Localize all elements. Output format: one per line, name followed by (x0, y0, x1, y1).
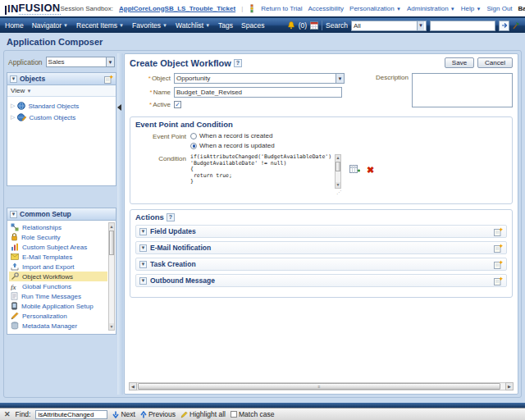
personalization-menu[interactable]: Personalization ▼ (349, 5, 401, 12)
radio-record-updated[interactable] (190, 143, 197, 149)
application-label: Application (8, 58, 43, 66)
setup-item-custom-subject-areas[interactable]: Custom Subject Areas (9, 242, 107, 252)
application-select[interactable]: Sales ▼ (46, 57, 115, 67)
condition-scrollbar[interactable]: ▲ ▼ (335, 154, 341, 189)
help-icon[interactable]: ? (167, 213, 175, 221)
scroll-down-icon[interactable]: ▼ (109, 323, 114, 330)
expand-icon[interactable]: ▼ (139, 261, 147, 268)
expand-icon[interactable]: ▼ (139, 244, 147, 252)
nav-tags[interactable]: Tags (218, 21, 233, 30)
match-case-checkbox[interactable]: Match case (231, 410, 274, 418)
splitter-collapse-icon[interactable] (117, 104, 121, 111)
collapse-icon[interactable]: ▼ (10, 75, 17, 83)
scroll-right-icon[interactable]: ▶ (505, 382, 514, 390)
setup-item-relationships[interactable]: Relationships (9, 222, 107, 232)
view-menu[interactable]: View ▼ (11, 87, 31, 94)
nav-recent-items[interactable]: Recent Items▼ (76, 21, 124, 30)
help-icon[interactable]: ? (234, 59, 242, 67)
resize-grip-icon[interactable]: ⋰ (336, 189, 341, 194)
find-input[interactable] (35, 410, 107, 419)
tree-item-standard-objects[interactable]: ▷ Standard Objects (9, 100, 114, 112)
scrollbar-thumb[interactable] (336, 162, 340, 171)
search-input[interactable] (430, 21, 495, 31)
scroll-up-icon[interactable]: ▲ (336, 155, 340, 161)
condition-code[interactable]: if(isAttributeChanged('BudgetAvailableDa… (190, 154, 331, 189)
chevron-down-icon[interactable]: ▼ (106, 57, 114, 66)
nav-spaces[interactable]: Spaces (241, 21, 264, 30)
relationships-icon (11, 223, 19, 231)
setup-item-label: Personalization (22, 313, 67, 320)
save-button[interactable]: Save (445, 57, 474, 68)
sandbox-link[interactable]: ApplCoreLongSB_LS_Trouble_Ticket (119, 5, 235, 12)
active-checkbox[interactable]: ✓ (174, 101, 181, 108)
setup-item-personalization[interactable]: Personalization (9, 311, 107, 321)
horizontal-scrollbar[interactable]: ◀ ≡ ▶ (129, 382, 514, 390)
expand-icon[interactable]: ▷ (11, 103, 15, 109)
alerts-bell-icon[interactable] (287, 21, 295, 30)
arrow-up-icon (140, 411, 147, 418)
logo-text-2: FUSION (19, 2, 61, 15)
setup-item-label: E-Mail Templates (22, 253, 72, 261)
new-email-notification-icon[interactable] (494, 244, 503, 253)
sign-out-link[interactable]: Sign Out (486, 5, 512, 12)
tree-item-custom-objects[interactable]: ▷ Custom Objects (9, 112, 114, 123)
administration-menu[interactable]: Administration ▼ (407, 5, 455, 12)
return-to-trial-link[interactable]: Return to Trial (261, 5, 302, 12)
chevron-down-icon[interactable]: ▼ (417, 21, 424, 30)
search-go-button[interactable] (499, 21, 509, 31)
find-previous-button[interactable]: Previous (140, 410, 176, 418)
action-label: Outbound Message (150, 276, 215, 285)
highlight-all-button[interactable]: Highlight all (180, 410, 226, 418)
nav-favorites[interactable]: Favorites▼ (132, 21, 167, 30)
object-select[interactable]: Opportunity ▼ (174, 73, 345, 84)
collapse-icon[interactable]: ▼ (10, 211, 17, 218)
name-label: *Name (130, 89, 171, 96)
scrollbar-thumb[interactable] (109, 231, 114, 255)
cancel-button[interactable]: Cancel (477, 57, 513, 68)
delete-condition-icon[interactable]: ✖ (367, 166, 374, 174)
setup-item-global-functions[interactable]: fx Global Functions (9, 281, 107, 291)
search-label: Search (326, 21, 348, 30)
search-scope-select[interactable]: All ▼ (351, 21, 427, 31)
checkbox-icon[interactable] (231, 411, 237, 418)
chevron-down-icon: ▼ (477, 7, 482, 11)
scroll-up-icon[interactable]: ▲ (109, 223, 114, 230)
setup-item-role-security[interactable]: Role Security (9, 232, 107, 242)
setup-item-mobile-application-setup[interactable]: Mobile Application Setup (9, 301, 107, 311)
chevron-down-icon[interactable]: ▼ (336, 74, 344, 83)
calendar-icon[interactable] (310, 21, 318, 30)
nav-watchlist[interactable]: Watchlist▼ (176, 21, 210, 30)
scrollbar-thumb[interactable]: ≡ (138, 383, 500, 390)
new-object-icon[interactable] (104, 75, 113, 84)
setup-item-run-time-messages[interactable]: Run Time Messages (9, 291, 107, 301)
new-task-creation-icon[interactable] (494, 260, 503, 269)
new-outbound-message-icon[interactable] (494, 276, 503, 285)
find-next-button[interactable]: Next (112, 410, 135, 418)
radio-record-created[interactable] (190, 133, 197, 139)
description-textarea[interactable] (412, 73, 513, 107)
advanced-search-icon[interactable] (513, 21, 520, 30)
expression-builder-icon[interactable] (349, 164, 360, 175)
close-findbar-icon[interactable]: ✕ (4, 410, 11, 418)
setup-item-email-templates[interactable]: E-Mail Templates (9, 252, 107, 262)
sidebar: Application Sales ▼ ▼ Objects View ▼ (7, 53, 116, 395)
expand-icon[interactable]: ▼ (139, 228, 147, 235)
expand-icon[interactable]: ▼ (139, 277, 147, 285)
action-label: E-Mail Notification (150, 244, 211, 252)
nav-navigator[interactable]: Navigator▼ (32, 21, 68, 30)
find-label: Find: (16, 410, 31, 418)
new-field-update-icon[interactable] (494, 227, 503, 236)
panel-splitter[interactable] (117, 53, 123, 395)
help-menu[interactable]: Help ▼ (461, 5, 482, 12)
setup-item-import-export[interactable]: Import and Export (9, 262, 107, 272)
setup-item-label: Object Workflows (22, 273, 73, 281)
scroll-down-icon[interactable]: ▼ (336, 182, 340, 188)
scroll-left-icon[interactable]: ◀ (129, 382, 137, 390)
name-input[interactable] (174, 87, 342, 98)
setup-item-object-workflows[interactable]: Object Workflows (9, 272, 107, 281)
common-setup-scrollbar[interactable]: ▲ ▼ (108, 222, 115, 331)
nav-home[interactable]: Home (5, 21, 24, 30)
setup-item-metadata-manager[interactable]: Metadata Manager (9, 321, 107, 331)
accessibility-link[interactable]: Accessibility (308, 5, 344, 12)
expand-icon[interactable]: ▷ (11, 114, 15, 121)
